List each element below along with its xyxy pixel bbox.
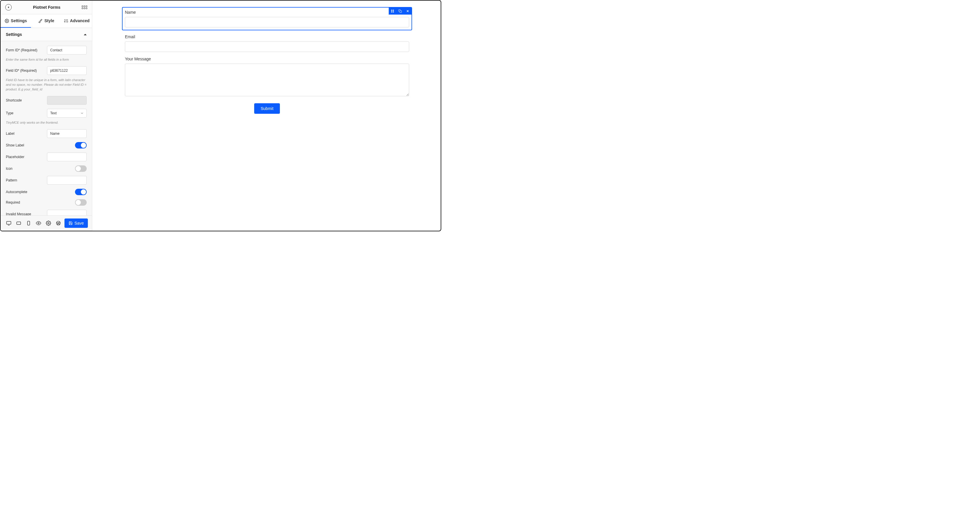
brush-icon	[38, 19, 43, 23]
sidebar: Piotnet Forms Settings Style Advanced Se…	[1, 1, 92, 231]
field-label: Name	[125, 10, 409, 14]
duplicate-button[interactable]	[396, 8, 404, 14]
autocomplete-label: Autocomplete	[6, 190, 27, 194]
field-id-input[interactable]	[47, 66, 87, 75]
placeholder-input[interactable]	[47, 152, 87, 161]
save-button[interactable]: Save	[65, 219, 88, 228]
caret-up-icon	[84, 34, 87, 35]
type-select[interactable]: Text	[47, 109, 87, 117]
pattern-label: Pattern	[6, 178, 17, 182]
wordpress-button[interactable]	[54, 219, 62, 227]
form-field-email[interactable]: Email	[125, 35, 409, 52]
svg-rect-16	[391, 10, 393, 11]
gear-icon	[46, 221, 51, 226]
field-label: Email	[125, 35, 409, 39]
sliders-icon	[64, 19, 68, 23]
svg-point-0	[6, 20, 8, 21]
show-label-toggle[interactable]	[75, 142, 87, 149]
settings-button[interactable]	[45, 219, 52, 227]
tab-advanced[interactable]: Advanced	[62, 14, 92, 28]
bottom-bar: Save	[1, 215, 92, 231]
icon-label: Icon	[6, 167, 13, 171]
field-id-label: Field ID* (Required)	[6, 68, 37, 73]
tabs: Settings Style Advanced	[1, 14, 92, 28]
svg-rect-17	[393, 10, 394, 11]
invalid-msg-input[interactable]	[47, 210, 87, 215]
label-input[interactable]	[47, 129, 87, 138]
tab-label: Style	[45, 18, 54, 23]
required-label: Required	[6, 200, 20, 205]
back-button[interactable]	[5, 4, 12, 11]
delete-button[interactable]	[404, 8, 412, 14]
selection-toolbar	[389, 8, 412, 14]
field-input[interactable]	[125, 17, 409, 27]
grid-action-button[interactable]	[389, 8, 396, 14]
tab-style[interactable]: Style	[31, 14, 61, 28]
field-textarea[interactable]	[125, 63, 409, 96]
close-icon	[406, 10, 409, 13]
form-id-help: Enter the same form id for all fields in…	[6, 57, 87, 62]
tab-label: Advanced	[70, 18, 90, 23]
type-help: TinyMCE only works on the frontend.	[6, 121, 87, 125]
form-field-message[interactable]: Your Message	[125, 57, 409, 97]
shortcode-label: Shortcode	[6, 98, 22, 102]
form-id-label: Form ID* (Required)	[6, 48, 37, 52]
wordpress-icon	[56, 221, 61, 226]
tab-label: Settings	[11, 18, 27, 23]
tablet-icon	[16, 221, 21, 226]
pattern-input[interactable]	[47, 176, 87, 185]
svg-rect-12	[17, 222, 21, 225]
tab-settings[interactable]: Settings	[1, 14, 31, 28]
shortcode-input	[47, 96, 87, 105]
gear-icon	[5, 19, 9, 23]
section-header-settings[interactable]: Settings	[1, 28, 92, 41]
autocomplete-toggle[interactable]	[75, 189, 87, 195]
submit-button[interactable]: Submit	[254, 103, 280, 114]
svg-rect-20	[400, 11, 402, 13]
copy-icon	[398, 10, 402, 13]
show-label-label: Show Label	[6, 143, 24, 147]
type-label: Type	[6, 111, 13, 115]
field-input[interactable]	[125, 41, 409, 52]
save-label: Save	[75, 221, 84, 225]
mobile-view-button[interactable]	[24, 219, 33, 227]
form-field-name[interactable]: Name	[123, 8, 412, 30]
label-label: Label	[6, 132, 14, 136]
sidebar-header: Piotnet Forms	[1, 1, 92, 14]
required-toggle[interactable]	[75, 199, 87, 206]
svg-rect-13	[27, 221, 30, 225]
form-id-input[interactable]	[47, 46, 87, 54]
desktop-icon	[6, 221, 11, 226]
invalid-msg-label: Invalid Message	[6, 212, 31, 215]
desktop-view-button[interactable]	[5, 219, 13, 227]
section-title: Settings	[6, 32, 22, 37]
svg-rect-18	[391, 11, 393, 13]
field-id-help: Field ID have to be unique in a form, wi…	[6, 78, 87, 92]
canvas: Name Email Your Message Submit	[92, 1, 441, 231]
svg-rect-10	[7, 221, 11, 224]
field-label: Your Message	[125, 57, 409, 61]
widgets-button[interactable]	[82, 6, 87, 9]
app-title: Piotnet Forms	[33, 5, 60, 10]
grid-icon	[391, 10, 394, 13]
svg-rect-19	[393, 11, 394, 13]
tablet-view-button[interactable]	[14, 219, 23, 227]
preview-button[interactable]	[35, 219, 43, 227]
placeholder-label: Placeholder	[6, 155, 24, 159]
eye-icon	[36, 221, 41, 226]
play-back-icon	[7, 6, 10, 8]
save-icon	[68, 221, 73, 225]
svg-point-14	[38, 222, 40, 224]
mobile-icon	[26, 221, 31, 226]
controls-panel: Form ID* (Required) Enter the same form …	[1, 41, 92, 215]
icon-toggle[interactable]	[75, 165, 87, 172]
svg-point-15	[48, 222, 49, 224]
